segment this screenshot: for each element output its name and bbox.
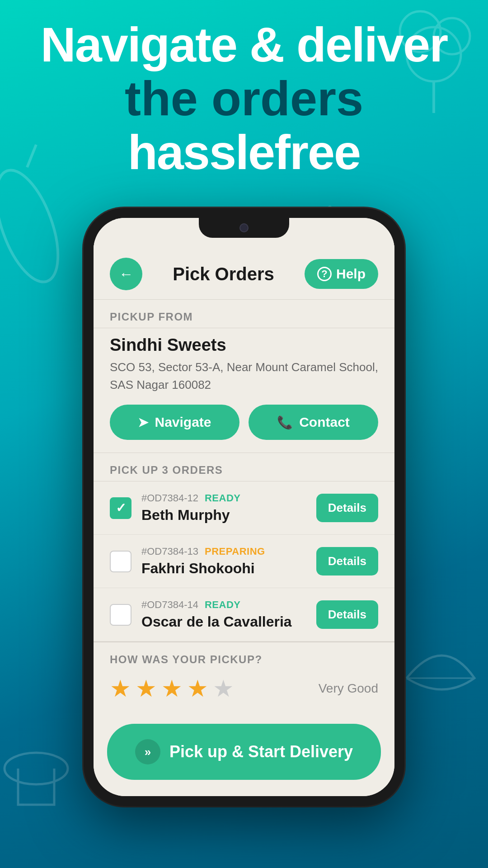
- checkmark-icon-1: ✓: [116, 500, 126, 515]
- checkbox-3[interactable]: [110, 604, 131, 626]
- details-button-3[interactable]: Details: [316, 600, 378, 629]
- pickup-location: Sindhi Sweets SCO 53, Sector 53-A, Near …: [94, 328, 394, 453]
- hero-line3: hasslefree: [27, 126, 461, 179]
- help-button[interactable]: ? Help: [305, 259, 378, 289]
- star-4[interactable]: ★: [187, 675, 208, 702]
- order-id-2: #OD7384-13: [141, 546, 198, 557]
- phone-mockup: ← Pick Orders ? Help PICKUP FROM: [84, 208, 404, 806]
- action-buttons: ➤ Navigate 📞 Contact: [110, 405, 378, 440]
- rating-section: HOW WAS YOUR PICKUP? ★ ★ ★ ★ ★ Very Good: [94, 642, 394, 713]
- order-item-1: ✓ #OD7384-12 READY Beth Murphy Details: [94, 481, 394, 535]
- order-meta-1: #OD7384-12 READY: [141, 492, 306, 504]
- navigate-button[interactable]: ➤ Navigate: [110, 405, 239, 440]
- store-name: Sindhi Sweets: [110, 335, 378, 355]
- details-button-2[interactable]: Details: [316, 547, 378, 576]
- pickup-section-label: PICKUP FROM: [94, 300, 394, 328]
- help-label: Help: [336, 266, 366, 282]
- pickup-start-delivery-button[interactable]: » Pick up & Start Delivery: [107, 724, 381, 780]
- orders-section-label: PICK UP 3 ORDERS: [94, 453, 394, 481]
- order-status-3: READY: [205, 599, 241, 611]
- order-meta-2: #OD7384-13 PREPARING: [141, 546, 306, 557]
- help-icon: ?: [317, 267, 332, 281]
- store-address: SCO 53, Sector 53-A, Near Mount Caramel …: [110, 359, 378, 394]
- svg-point-0: [0, 162, 70, 290]
- app-header: ← Pick Orders ? Help: [94, 245, 394, 299]
- order-info-2: #OD7384-13 PREPARING Fakhri Shokoohi: [141, 546, 306, 577]
- contact-button[interactable]: 📞 Contact: [249, 405, 378, 440]
- cta-label: Pick up & Start Delivery: [169, 742, 353, 761]
- svg-point-7: [5, 753, 68, 784]
- screen-content: ← Pick Orders ? Help PICKUP FROM: [94, 218, 394, 796]
- navigate-label: Navigate: [155, 415, 211, 430]
- star-1[interactable]: ★: [110, 675, 131, 702]
- order-id-1: #OD7384-12: [141, 492, 198, 504]
- back-button[interactable]: ←: [110, 258, 142, 290]
- pickup-section: PICKUP FROM Sindhi Sweets SCO 53, Sector…: [94, 300, 394, 453]
- page-title: Pick Orders: [173, 264, 274, 284]
- order-status-2: PREPARING: [205, 546, 265, 557]
- order-item-2: #OD7384-13 PREPARING Fakhri Shokoohi Det…: [94, 535, 394, 588]
- orders-section: PICK UP 3 ORDERS ✓ #OD7384-12 READY B: [94, 453, 394, 642]
- cta-arrows-icon: »: [135, 739, 160, 764]
- cta-section: » Pick up & Start Delivery: [94, 713, 394, 796]
- order-status-1: READY: [205, 492, 241, 504]
- star-5[interactable]: ★: [213, 675, 234, 702]
- phone-icon: 📞: [277, 415, 293, 430]
- phone-notch: [199, 218, 289, 238]
- back-arrow-icon: ←: [119, 267, 133, 281]
- order-name-1: Beth Murphy: [141, 507, 306, 524]
- order-item-3: #OD7384-14 READY Oscar de la Cavalleria …: [94, 588, 394, 642]
- phone-shell: ← Pick Orders ? Help PICKUP FROM: [84, 208, 404, 806]
- order-info-3: #OD7384-14 READY Oscar de la Cavalleria: [141, 599, 306, 630]
- star-3[interactable]: ★: [161, 675, 183, 702]
- order-name-2: Fakhri Shokoohi: [141, 560, 306, 577]
- hero-section: Navigate & deliver the orders hasslefree: [0, 18, 488, 179]
- order-name-3: Oscar de la Cavalleria: [141, 613, 306, 630]
- order-meta-3: #OD7384-14 READY: [141, 599, 306, 611]
- order-info-1: #OD7384-12 READY Beth Murphy: [141, 492, 306, 524]
- contact-label: Contact: [299, 415, 350, 430]
- checkbox-1[interactable]: ✓: [110, 497, 131, 519]
- hero-line2: the orders: [27, 72, 461, 126]
- star-2[interactable]: ★: [136, 675, 157, 702]
- navigate-icon: ➤: [138, 415, 148, 430]
- details-button-1[interactable]: Details: [316, 494, 378, 522]
- camera: [239, 223, 249, 232]
- checkbox-2[interactable]: [110, 551, 131, 572]
- order-id-3: #OD7384-14: [141, 599, 198, 611]
- stars-row: ★ ★ ★ ★ ★ Very Good: [110, 675, 378, 702]
- rating-text: Very Good: [319, 681, 378, 696]
- phone-screen: ← Pick Orders ? Help PICKUP FROM: [94, 218, 394, 796]
- hero-line1: Navigate & deliver: [27, 18, 461, 72]
- rating-label: HOW WAS YOUR PICKUP?: [110, 653, 378, 670]
